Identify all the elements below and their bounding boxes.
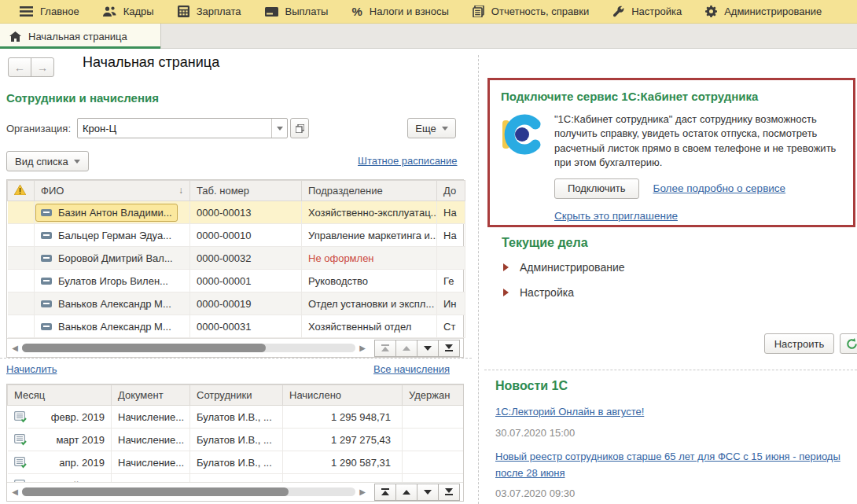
view-list-button[interactable]: Вид списка (6, 151, 89, 171)
h-scrollbar-thumb[interactable] (22, 344, 266, 352)
table-row[interactable]: март 2019 Начисление... Булатов И.В., ..… (8, 429, 465, 451)
go-first-button[interactable] (374, 484, 396, 501)
table-header-row: Месяц Документ Сотрудники Начислено Удер… (8, 385, 465, 406)
column-header-fio[interactable]: ФИО↓ (35, 181, 190, 201)
service-details-link[interactable]: Более подробно о сервисе (653, 182, 786, 194)
cell-employees: Булатов И.В., ... (190, 429, 283, 451)
banner-title: Подключите сервис 1С:Кабинет сотрудника (501, 90, 842, 103)
cell-department: Хозяйственный отдел (302, 315, 437, 338)
menu-item-hr[interactable]: Кадры (91, 0, 166, 24)
sort-desc-icon: ↓ (178, 185, 183, 196)
more-button-label: Еще (415, 123, 436, 134)
app-window: Главное Кадры Зарплата Выплаты % Налоги … (0, 0, 857, 504)
h-scrollbar-thumb[interactable] (22, 487, 289, 496)
menu-item-reports[interactable]: Отчетность, справки (461, 0, 601, 24)
go-next-button[interactable] (417, 340, 439, 357)
go-first-button[interactable] (374, 340, 396, 357)
calculator-icon (178, 6, 189, 17)
cell-document: Начисление... (112, 406, 190, 429)
cell-number: 0000-00032 (190, 247, 302, 270)
column-header-department[interactable]: Подразделение (302, 181, 437, 201)
refresh-button[interactable] (840, 333, 857, 354)
next-icon (424, 346, 432, 351)
documents-icon (473, 6, 484, 17)
menu-label: Настройка (631, 6, 682, 17)
table-row[interactable]: Бальцер Герман Эдуа... 0000-00010 Управл… (8, 224, 465, 247)
news-item-link[interactable]: Новый реестр сотрудников старше 65 лет д… (495, 448, 849, 482)
cell-fio: Боровой Дмитрий Вал... (58, 252, 173, 264)
page-title: Начальная страница (83, 54, 219, 71)
view-list-label: Вид списка (15, 156, 68, 167)
h-scrollbar-track[interactable] (22, 487, 355, 496)
warning-column-header[interactable] (8, 181, 35, 201)
employee-status-icon (41, 209, 52, 216)
cell-position: Ин (437, 292, 465, 315)
todo-item-label: Настройка (520, 286, 574, 299)
accruals-table-scrollbar: ◀ ▶ (7, 482, 463, 501)
scroll-left-icon[interactable]: ◀ (10, 487, 20, 496)
table-row[interactable]: Боровой Дмитрий Вал... 0000-00032 Не офо… (8, 247, 465, 270)
organization-value[interactable]: Крон-Ц (78, 119, 271, 138)
accrue-link[interactable]: Начислить (6, 363, 57, 375)
column-header-document[interactable]: Документ (112, 385, 190, 406)
more-button[interactable]: Еще (407, 118, 456, 138)
table-row[interactable]: февр. 2019 Начисление... Булатов И.В., .… (8, 406, 465, 429)
employees-table: ФИО↓ Таб. номер Подразделение До Базин А… (6, 179, 464, 358)
news-item-link[interactable]: 1С:Лекторий Онлайн в августе! (495, 406, 644, 418)
employee-status-icon (41, 232, 52, 239)
staffing-schedule-link[interactable]: Штатное расписание (358, 155, 458, 167)
table-row[interactable]: Ваньков Александр М... 0000-00019 Отдел … (8, 292, 465, 315)
column-header-number[interactable]: Таб. номер (190, 181, 302, 201)
menu-item-payments[interactable]: Выплаты (253, 0, 340, 24)
scroll-right-icon[interactable]: ▶ (358, 344, 367, 352)
todo-item-administration[interactable]: Администрирование (503, 261, 625, 274)
table-row[interactable]: апр. 2019 Начисление... Булатов И.В., ..… (8, 451, 465, 474)
h-scrollbar-track[interactable] (22, 344, 355, 352)
go-prev-button[interactable] (395, 340, 417, 357)
table-row[interactable]: Базин Антон Владими... 0000-00013 Хозяйс… (8, 201, 465, 224)
organization-combo[interactable]: Крон-Ц (77, 118, 288, 138)
cell-number: 0000-00013 (190, 201, 302, 224)
menu-label: Кадры (123, 6, 154, 17)
organization-dropdown-icon[interactable] (271, 119, 287, 138)
bullet-icon (503, 289, 509, 296)
cell-fio: Булатов Игорь Вилен... (58, 275, 168, 287)
cell-month: апр. 2019 (27, 457, 105, 469)
forward-button[interactable]: → (31, 57, 54, 77)
cell-accrued: 1 290 587,31 (283, 451, 403, 474)
tab-bar: Начальная страница (0, 24, 857, 49)
menu-item-salary[interactable]: Зарплата (166, 0, 253, 24)
tab-home-page[interactable]: Начальная страница (0, 24, 161, 49)
scroll-right-icon[interactable]: ▶ (358, 487, 367, 496)
news-section-title: Новости 1С (495, 379, 568, 393)
cell-department: Управление маркетинга и... (302, 224, 437, 247)
column-header-month[interactable]: Месяц (8, 385, 112, 406)
back-button[interactable]: ← (8, 57, 31, 77)
cell-position: На (437, 201, 465, 224)
go-last-button[interactable] (438, 340, 460, 357)
go-last-button[interactable] (438, 484, 460, 501)
column-header-position[interactable]: До (437, 181, 465, 201)
cell-month: февр. 2019 (27, 411, 105, 423)
go-next-button[interactable] (417, 484, 439, 501)
menu-item-administration[interactable]: Администрирование (693, 0, 833, 24)
todo-item-settings[interactable]: Настройка (503, 286, 574, 299)
column-header-accrued[interactable]: Начислено (283, 385, 403, 406)
menu-item-settings[interactable]: Настройка (601, 0, 693, 24)
connect-button[interactable]: Подключить (554, 178, 639, 199)
service-invitation-banner: Подключите сервис 1С:Кабинет сотрудника … (487, 78, 855, 227)
hide-invitation-link[interactable]: Скрыть это приглашение (554, 210, 678, 222)
table-row[interactable]: Булатов Игорь Вилен... 0000-00001 Руково… (8, 270, 465, 292)
menu-item-taxes[interactable]: % Налоги и взносы (340, 0, 460, 24)
column-header-withheld[interactable]: Удержан (403, 385, 465, 406)
table-row[interactable]: Ваньков Александр М... 0000-00031 Хозяйс… (8, 315, 465, 338)
all-accruals-link[interactable]: Все начисления (373, 363, 450, 375)
go-prev-button[interactable] (395, 484, 417, 501)
scroll-left-icon[interactable]: ◀ (10, 344, 20, 352)
menu-item-main[interactable]: Главное (8, 0, 91, 24)
cell-document: Начисление... (112, 451, 190, 474)
cell-number: 0000-00001 (190, 270, 302, 292)
organization-open-button[interactable] (290, 118, 309, 138)
column-header-employees[interactable]: Сотрудники (190, 385, 283, 406)
configure-button[interactable]: Настроить (764, 333, 834, 354)
